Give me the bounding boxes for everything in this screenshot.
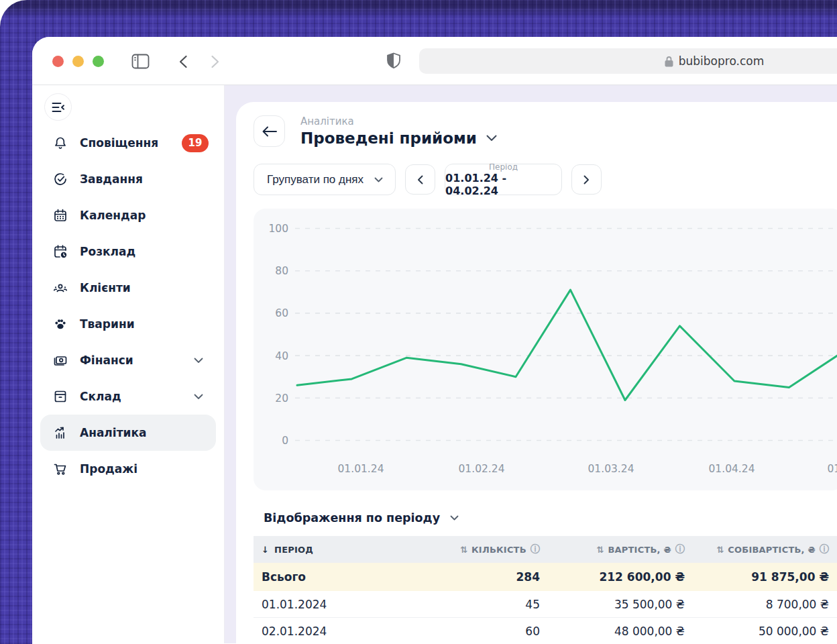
banknote-icon [52, 352, 68, 368]
column-header-quantity[interactable]: ⇅ КІЛЬКІСТЬ ⓘ [428, 543, 540, 555]
column-header-period[interactable]: ↓ ПЕРІОД [254, 545, 428, 555]
column-label: ПЕРІОД [274, 545, 313, 555]
previous-period-button[interactable] [405, 164, 435, 195]
chevron-right-icon [583, 175, 590, 184]
calendar-clock-icon [52, 244, 68, 260]
title-chevron-down-icon[interactable] [486, 135, 497, 142]
sort-desc-icon: ↓ [262, 545, 269, 555]
bell-icon [52, 135, 68, 151]
app-sidebar: Сповіщення 19 Завдання Календар [32, 85, 225, 643]
address-bar[interactable]: bubibopro.com [419, 48, 837, 74]
chart-icon [52, 425, 68, 441]
cell-cost: 48 000,00 ₴ [540, 625, 685, 638]
table-header-row: ↓ ПЕРІОД ⇅ КІЛЬКІСТЬ ⓘ ⇅ ВАРТІСТЬ, ₴ ⓘ [254, 536, 837, 563]
info-icon[interactable]: ⓘ [531, 543, 540, 555]
box-icon [52, 388, 68, 405]
sidebar-item-label: Аналітика [80, 426, 209, 439]
arrow-left-icon [262, 126, 277, 137]
cell-cost-price: 8 700,00 ₴ [685, 598, 837, 611]
period-table: ↓ ПЕРІОД ⇅ КІЛЬКІСТЬ ⓘ ⇅ ВАРТІСТЬ, ₴ ⓘ [254, 536, 837, 644]
minimize-window-button[interactable] [72, 56, 84, 67]
back-button[interactable] [254, 115, 285, 147]
info-icon[interactable]: ⓘ [675, 543, 685, 555]
main-area: Аналітика Проведені прийоми Групувати по… [225, 85, 837, 643]
next-period-button[interactable] [571, 164, 602, 195]
paw-icon [52, 316, 68, 332]
collapse-menu-icon [52, 102, 65, 113]
period-value: 01.01.24 - 04.02.24 [445, 172, 561, 197]
privacy-shield-icon[interactable] [386, 52, 401, 70]
sidebar-item-finance[interactable]: Фінанси [40, 342, 216, 378]
table-row: 02.01.2024 60 48 000,00 ₴ 50 000,00 ₴ [254, 618, 837, 644]
table-section-header[interactable]: Відображення по періоду [264, 511, 837, 525]
line-chart: 10080604020001.01.2401.02.2401.03.2401.0… [254, 209, 837, 490]
sidebar-item-label: Склад [80, 390, 194, 403]
total-cost-price: 91 875,00 ₴ [685, 570, 837, 584]
lock-icon [665, 56, 673, 67]
total-quantity: 284 [428, 570, 540, 584]
sidebar-item-label: Завдання [80, 172, 209, 186]
sidebar-item-sales[interactable]: Продажі [40, 451, 216, 487]
svg-text:0: 0 [282, 435, 288, 447]
chevron-down-icon [194, 358, 203, 364]
cell-period: 02.01.2024 [254, 625, 428, 638]
period-label: Період [489, 162, 518, 172]
forward-navigation-icon[interactable] [211, 55, 220, 68]
svg-text:40: 40 [275, 350, 288, 362]
sidebar-item-label: Тварини [80, 317, 209, 331]
calendar-icon [52, 207, 68, 223]
svg-text:80: 80 [275, 265, 288, 277]
sidebar-item-tasks[interactable]: Завдання [40, 161, 216, 197]
cell-period: 01.01.2024 [254, 598, 428, 611]
period-selector[interactable]: Період 01.01.24 - 04.02.24 [445, 164, 562, 195]
info-icon[interactable]: ⓘ [820, 543, 829, 555]
check-circle-icon [52, 171, 68, 187]
users-icon [52, 280, 68, 296]
sidebar-item-label: Календар [80, 209, 209, 222]
column-label: ВАРТІСТЬ, ₴ [608, 545, 671, 555]
breadcrumb: Аналітика [300, 115, 497, 127]
sidebar-item-animals[interactable]: Тварини [40, 306, 216, 342]
content-card: Аналітика Проведені прийоми Групувати по… [236, 102, 837, 644]
svg-text:60: 60 [275, 307, 288, 319]
back-navigation-icon[interactable] [178, 55, 188, 68]
group-by-dropdown[interactable]: Групувати по днях [254, 164, 396, 195]
svg-text:01.01.24: 01.01.24 [337, 463, 384, 475]
sidebar-item-notifications[interactable]: Сповіщення 19 [40, 125, 216, 161]
sidebar-item-clients[interactable]: Клієнти [40, 270, 216, 306]
sidebar-item-calendar[interactable]: Календар [40, 197, 216, 233]
column-header-cost[interactable]: ⇅ ВАРТІСТЬ, ₴ ⓘ [540, 543, 685, 555]
cell-cost: 35 500,00 ₴ [540, 598, 685, 611]
close-window-button[interactable] [52, 56, 64, 67]
cell-quantity: 60 [428, 625, 540, 638]
page-title: Проведені прийоми [300, 129, 477, 147]
sidebar-item-label: Фінанси [80, 354, 194, 367]
sidebar-item-schedule[interactable]: Розклад [40, 233, 216, 270]
chevron-down-icon [194, 394, 203, 400]
svg-text:01.05.24: 01.05.24 [827, 463, 837, 475]
table-section-title: Відображення по періоду [264, 511, 440, 525]
browser-window: bubibopro.com Сповіщення 19 [32, 37, 837, 644]
svg-text:100: 100 [268, 223, 288, 235]
sort-icon: ⇅ [596, 545, 604, 555]
zoom-window-button[interactable] [93, 56, 104, 67]
section-chevron-down-icon [450, 515, 459, 521]
sort-icon: ⇅ [716, 545, 724, 555]
cell-quantity: 45 [428, 598, 540, 611]
sidebar-item-label: Сповіщення [80, 136, 182, 150]
table-row: 01.01.2024 45 35 500,00 ₴ 8 700,00 ₴ [254, 591, 837, 618]
svg-text:01.02.24: 01.02.24 [458, 463, 504, 475]
browser-toolbar: bubibopro.com [32, 37, 837, 85]
column-header-cost-price[interactable]: ⇅ СОБІВАРТІСТЬ, ₴ ⓘ [685, 543, 837, 555]
page-header: Аналітика Проведені прийоми [254, 115, 837, 147]
sidebar-item-analytics[interactable]: Аналітика [40, 415, 216, 451]
toggle-browser-sidebar-icon[interactable] [131, 54, 150, 69]
column-label: КІЛЬКІСТЬ [471, 545, 526, 555]
total-label: Всього [254, 570, 428, 584]
sidebar-item-label: Продажі [80, 462, 209, 476]
collapse-menu-button[interactable] [44, 93, 72, 121]
sidebar-item-warehouse[interactable]: Склад [40, 378, 216, 415]
chart-controls: Групувати по днях Період 01.01.24 - 04.0… [254, 164, 837, 195]
group-by-label: Групувати по днях [267, 173, 364, 186]
notification-count-badge: 19 [182, 134, 209, 152]
